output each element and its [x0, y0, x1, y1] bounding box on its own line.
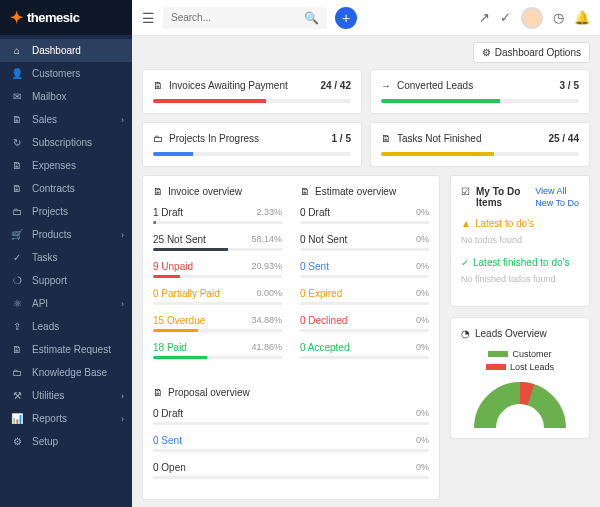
- stat-value: 1 / 5: [332, 133, 351, 144]
- nav-label: Support: [32, 275, 67, 286]
- nav-item-api[interactable]: ⚛API›: [0, 292, 132, 315]
- nav-item-utilities[interactable]: ⚒Utilities›: [0, 384, 132, 407]
- stat-title: Converted Leads: [397, 80, 473, 91]
- nav-label: Products: [32, 229, 71, 240]
- stat-card[interactable]: 🗎Tasks Not Finished25 / 44: [370, 122, 590, 167]
- nav-item-customers[interactable]: 👤Customers: [0, 62, 132, 85]
- nav-label: Dashboard: [32, 45, 81, 56]
- ov-pct: 41.86%: [251, 342, 282, 353]
- nav-label: Setup: [32, 436, 58, 447]
- nav-item-products[interactable]: 🛒Products›: [0, 223, 132, 246]
- menu-toggle-icon[interactable]: ☰: [142, 10, 155, 26]
- stat-bar: [381, 99, 579, 103]
- nav-label: Leads: [32, 321, 59, 332]
- leads-legend: CustomerLost Leads: [461, 349, 579, 372]
- nav-item-support[interactable]: ❍Support: [0, 269, 132, 292]
- dashboard-options-button[interactable]: ⚙ Dashboard Options: [473, 42, 590, 63]
- nav-item-contracts[interactable]: 🗎Contracts: [0, 177, 132, 200]
- chevron-right-icon: ›: [121, 391, 124, 401]
- stat-card[interactable]: 🗎Invoices Awaiting Payment24 / 42: [142, 69, 362, 114]
- nav-item-sales[interactable]: 🗎Sales›: [0, 108, 132, 131]
- leads-title: Leads Overview: [475, 328, 547, 339]
- home-icon: ⌂: [10, 45, 24, 56]
- stat-value: 3 / 5: [560, 80, 579, 91]
- search-input[interactable]: [171, 12, 298, 23]
- estimate-overview: 🗎Estimate overview0 Draft0%0 Not Sent0%0…: [300, 186, 429, 369]
- todo-latest-heading: ▲ Latest to do's: [461, 218, 579, 229]
- search-icon[interactable]: 🔍: [304, 11, 319, 25]
- leads-card: ◔ Leads Overview CustomerLost Leads: [450, 317, 590, 439]
- nav-item-subscriptions[interactable]: ↻Subscriptions: [0, 131, 132, 154]
- stat-title: Tasks Not Finished: [397, 133, 481, 144]
- ov-pct: 0%: [416, 462, 429, 473]
- life-icon: ❍: [10, 275, 24, 286]
- doc-icon: 🗎: [10, 344, 24, 355]
- stats-row: 🗎Invoices Awaiting Payment24 / 42→Conver…: [142, 69, 590, 167]
- nav-item-setup[interactable]: ⚙Setup: [0, 430, 132, 453]
- main: ☰ 🔍 + ↗ ✓ ◷ 🔔 ⚙ Dashboard Options 🗎Invoi: [132, 0, 600, 507]
- nav-item-leads[interactable]: ⇪Leads: [0, 315, 132, 338]
- chevron-right-icon: ›: [121, 230, 124, 240]
- nav-item-tasks[interactable]: ✓Tasks: [0, 246, 132, 269]
- ov-label: 0 Expired: [300, 288, 342, 299]
- todo-view-all-link[interactable]: View All: [535, 186, 579, 196]
- overview-row: 18 Paid41.86%: [153, 342, 282, 359]
- search-box[interactable]: 🔍: [163, 7, 327, 29]
- nav-label: Reports: [32, 413, 67, 424]
- share-icon[interactable]: ↗: [479, 10, 490, 25]
- clock-icon[interactable]: ◷: [553, 10, 564, 25]
- overview-row: 0 Sent0%: [300, 261, 429, 278]
- nav-item-expenses[interactable]: 🗎Expenses: [0, 154, 132, 177]
- ov-label: 15 Overdue: [153, 315, 205, 326]
- ov-pct: 34.88%: [251, 315, 282, 326]
- check-icon: ✓: [461, 257, 469, 268]
- legend-label: Customer: [512, 349, 551, 359]
- ov-pct: 0%: [416, 207, 429, 218]
- ov-pct: 0%: [416, 408, 429, 419]
- nav-label: Customers: [32, 68, 80, 79]
- warning-icon: ▲: [461, 218, 471, 229]
- proposal-overview: 🗎Proposal overview0 Draft0%0 Sent0%0 Ope…: [153, 387, 429, 489]
- nav-item-reports[interactable]: 📊Reports›: [0, 407, 132, 430]
- ov-pct: 20.93%: [251, 261, 282, 272]
- todo-new-link[interactable]: New To Do: [535, 198, 579, 208]
- nav-label: API: [32, 298, 48, 309]
- util-icon: ⚒: [10, 390, 24, 401]
- overview-row: 0 Draft0%: [300, 207, 429, 224]
- topbar-actions: ↗ ✓ ◷ 🔔: [479, 7, 590, 29]
- nav-label: Expenses: [32, 160, 76, 171]
- ov-label: 0 Draft: [300, 207, 330, 218]
- doc-icon: 🗎: [300, 186, 310, 197]
- nav-label: Projects: [32, 206, 68, 217]
- stat-card[interactable]: →Converted Leads3 / 5: [370, 69, 590, 114]
- user-icon: 👤: [10, 68, 24, 79]
- ov-label: 0 Not Sent: [300, 234, 347, 245]
- ov-pct: 0%: [416, 234, 429, 245]
- add-button[interactable]: +: [335, 7, 357, 29]
- nav-item-projects[interactable]: 🗀Projects: [0, 200, 132, 223]
- ov-pct: 0%: [416, 261, 429, 272]
- nav-item-mailbox[interactable]: ✉Mailbox: [0, 85, 132, 108]
- legend-swatch: [488, 351, 508, 357]
- leads-icon: ⇪: [10, 321, 24, 332]
- ov-pct: 0%: [416, 315, 429, 326]
- ov-pct: 0.00%: [256, 288, 282, 299]
- chart-icon: 📊: [10, 413, 24, 424]
- bell-icon[interactable]: 🔔: [574, 10, 590, 25]
- svg-point-2: [500, 408, 540, 428]
- todo-finished-heading: ✓ Latest finished to do's: [461, 257, 579, 268]
- nav-item-knowledge-base[interactable]: 🗀Knowledge Base: [0, 361, 132, 384]
- legend-label: Lost Leads: [510, 362, 554, 372]
- avatar[interactable]: [521, 7, 543, 29]
- check-icon[interactable]: ✓: [500, 10, 511, 25]
- nav-label: Contracts: [32, 183, 75, 194]
- overview-row: 0 Expired0%: [300, 288, 429, 305]
- brand-logo[interactable]: ✦ themesic: [0, 0, 132, 35]
- folder-icon: 🗀: [10, 206, 24, 217]
- stat-card[interactable]: 🗀Projects In Progress1 / 5: [142, 122, 362, 167]
- nav-label: Tasks: [32, 252, 58, 263]
- nav-item-estimate-request[interactable]: 🗎Estimate Request: [0, 338, 132, 361]
- nav-item-dashboard[interactable]: ⌂Dashboard: [0, 39, 132, 62]
- ov-pct: 0%: [416, 288, 429, 299]
- refresh-icon: ↻: [10, 137, 24, 148]
